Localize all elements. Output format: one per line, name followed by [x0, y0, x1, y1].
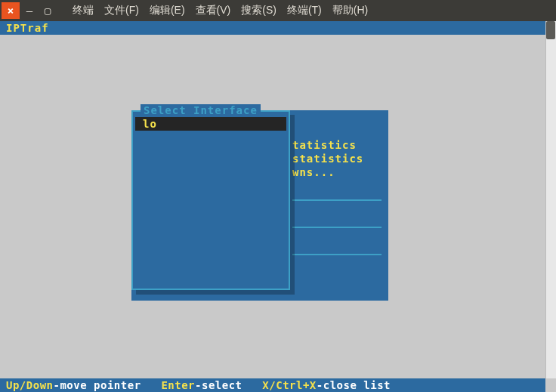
- terminal-area: IPTraf tatistics statistics wns... Selec…: [0, 21, 556, 392]
- main-menu-fragment: wns...: [292, 166, 335, 178]
- maximize-icon: ▢: [45, 5, 51, 17]
- menu-item-edit[interactable]: 编辑(E): [147, 2, 188, 19]
- status-action: -select: [195, 379, 242, 391]
- main-menu-separator: [292, 199, 381, 201]
- menu-item-file[interactable]: 文件(F): [101, 2, 142, 19]
- interface-list-item-selected[interactable]: lo: [135, 117, 286, 131]
- maximize-button[interactable]: ▢: [39, 3, 56, 18]
- menu-item-terminal2[interactable]: 终端(T): [284, 2, 325, 19]
- menu-bar: 终端 文件(F) 编辑(E) 查看(V) 搜索(S) 终端(T) 帮助(H): [70, 2, 371, 19]
- status-bar: Up/Down-move pointer Enter-select X/Ctrl…: [0, 378, 545, 392]
- close-icon: ×: [8, 5, 14, 17]
- menu-item-search[interactable]: 搜索(S): [238, 2, 280, 19]
- app-title-bar: IPTraf: [0, 21, 545, 35]
- dialog-title: Select Interface: [141, 104, 261, 116]
- minimize-button[interactable]: —: [21, 3, 38, 18]
- status-key: Enter: [161, 379, 195, 391]
- status-action: -move pointer: [54, 379, 141, 391]
- status-action: -close list: [317, 379, 391, 391]
- main-menu-separator: [292, 227, 381, 228]
- main-menu-fragment: tatistics: [292, 139, 357, 151]
- menu-item-view[interactable]: 查看(V): [193, 2, 234, 19]
- terminal-content: IPTraf tatistics statistics wns... Selec…: [0, 21, 545, 392]
- status-key: Up/Down: [6, 379, 54, 391]
- main-menu-fragment: statistics: [292, 153, 363, 165]
- scrollbar-track[interactable]: [545, 21, 556, 378]
- window-controls: × — ▢: [0, 0, 56, 21]
- status-key: X/Ctrl+X: [262, 379, 316, 391]
- close-button[interactable]: ×: [2, 2, 20, 19]
- scrollbar-thumb[interactable]: [546, 21, 555, 39]
- minimize-icon: —: [26, 5, 32, 17]
- select-interface-dialog: Select Interface lo: [131, 110, 290, 290]
- window-titlebar: × — ▢ 终端 文件(F) 编辑(E) 查看(V) 搜索(S) 终端(T) 帮…: [0, 0, 556, 21]
- menu-item-help[interactable]: 帮助(H): [329, 2, 371, 19]
- main-menu-separator: [292, 254, 381, 255]
- menu-item-terminal[interactable]: 终端: [70, 2, 97, 19]
